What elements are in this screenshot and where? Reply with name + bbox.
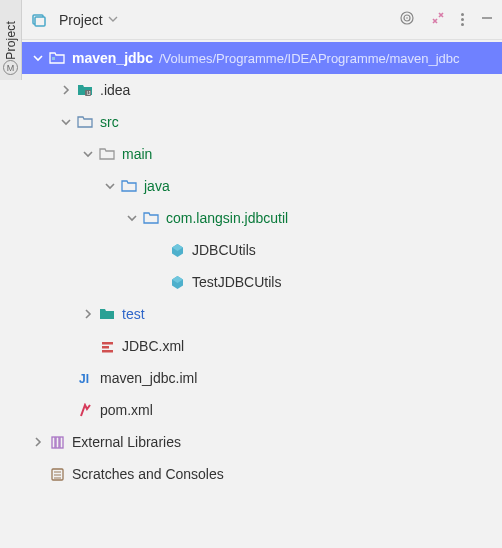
tree-node-package[interactable]: com.langsin.jdbcutil (22, 202, 502, 234)
node-path: /Volumes/Programme/IDEAProgramme/maven_j… (159, 51, 460, 66)
node-label: maven_jdbc.iml (100, 370, 197, 386)
svg-rect-1 (35, 17, 45, 26)
tree-node-class-2[interactable]: TestJDBCUtils (22, 266, 502, 298)
svg-point-4 (406, 17, 408, 19)
panel-title-text: Project (59, 12, 103, 28)
chevron-down-icon[interactable] (80, 149, 96, 159)
tree-node-class-1[interactable]: JDBCUtils (22, 234, 502, 266)
test-folder-icon (98, 305, 116, 323)
more-options-icon[interactable] (461, 13, 464, 26)
panel-header: Project (22, 0, 502, 40)
tree-node-src[interactable]: src (22, 106, 502, 138)
package-icon (142, 209, 160, 227)
module-folder-icon (48, 49, 66, 67)
chevron-down-icon[interactable] (102, 181, 118, 191)
project-icon (30, 11, 48, 29)
tree-node-root[interactable]: maven_jdbc /Volumes/Programme/IDEAProgra… (22, 42, 502, 74)
tree-node-idea[interactable]: IJ .idea (22, 74, 502, 106)
svg-rect-14 (56, 437, 59, 448)
node-label: src (100, 114, 119, 130)
chevron-down-icon (108, 12, 118, 27)
node-label: JDBCUtils (192, 242, 256, 258)
node-label: main (122, 146, 152, 162)
chevron-down-icon[interactable] (30, 53, 46, 63)
tree-node-external-libraries[interactable]: External Libraries (22, 426, 502, 458)
folder-icon (98, 145, 116, 163)
project-panel: Project maven_jdbc /Volumes/Programme/ID… (22, 0, 502, 548)
chevron-right-icon[interactable] (30, 437, 46, 447)
library-icon (48, 433, 66, 451)
svg-rect-10 (102, 346, 109, 349)
tree-node-main[interactable]: main (22, 138, 502, 170)
node-label: test (122, 306, 145, 322)
sidebar-tab-label: Project (4, 21, 18, 60)
folder-icon: IJ (76, 81, 94, 99)
chevron-down-icon[interactable] (58, 117, 74, 127)
node-label: com.langsin.jdbcutil (166, 210, 288, 226)
node-label: .idea (100, 82, 130, 98)
node-label: JDBC.xml (122, 338, 184, 354)
tree-node-scratches[interactable]: Scratches and Consoles (22, 458, 502, 490)
chevron-right-icon[interactable] (80, 309, 96, 319)
scratch-icon (48, 465, 66, 483)
node-label: TestJDBCUtils (192, 274, 281, 290)
maven-file-icon (76, 401, 94, 419)
svg-rect-15 (60, 437, 63, 448)
class-icon (168, 273, 186, 291)
folder-icon (76, 113, 94, 131)
node-label: java (144, 178, 170, 194)
tree-node-test[interactable]: test (22, 298, 502, 330)
chevron-down-icon[interactable] (124, 213, 140, 223)
node-label: External Libraries (72, 434, 181, 450)
tree-node-java[interactable]: java (22, 170, 502, 202)
svg-rect-13 (52, 437, 55, 448)
svg-rect-9 (102, 342, 113, 345)
tree-node-pom[interactable]: pom.xml (22, 394, 502, 426)
svg-text:IJ: IJ (87, 90, 91, 96)
svg-rect-6 (52, 57, 55, 60)
source-folder-icon (120, 177, 138, 195)
minimize-icon[interactable] (480, 11, 494, 28)
project-tree[interactable]: maven_jdbc /Volumes/Programme/IDEAProgra… (22, 40, 502, 490)
panel-title-dropdown[interactable]: Project (30, 11, 399, 29)
svg-rect-11 (102, 350, 113, 353)
target-icon[interactable] (399, 10, 415, 29)
xml-file-icon (98, 337, 116, 355)
tree-node-jdbcxml[interactable]: JDBC.xml (22, 330, 502, 362)
sidebar-badge-icon: M (3, 60, 18, 75)
node-label: maven_jdbc (72, 50, 153, 66)
class-icon (168, 241, 186, 259)
iml-file-icon: JI (76, 369, 94, 387)
node-label: pom.xml (100, 402, 153, 418)
node-label: Scratches and Consoles (72, 466, 224, 482)
collapse-icon[interactable] (431, 11, 445, 28)
tree-node-iml[interactable]: JI maven_jdbc.iml (22, 362, 502, 394)
svg-text:JI: JI (79, 372, 89, 386)
chevron-right-icon[interactable] (58, 85, 74, 95)
